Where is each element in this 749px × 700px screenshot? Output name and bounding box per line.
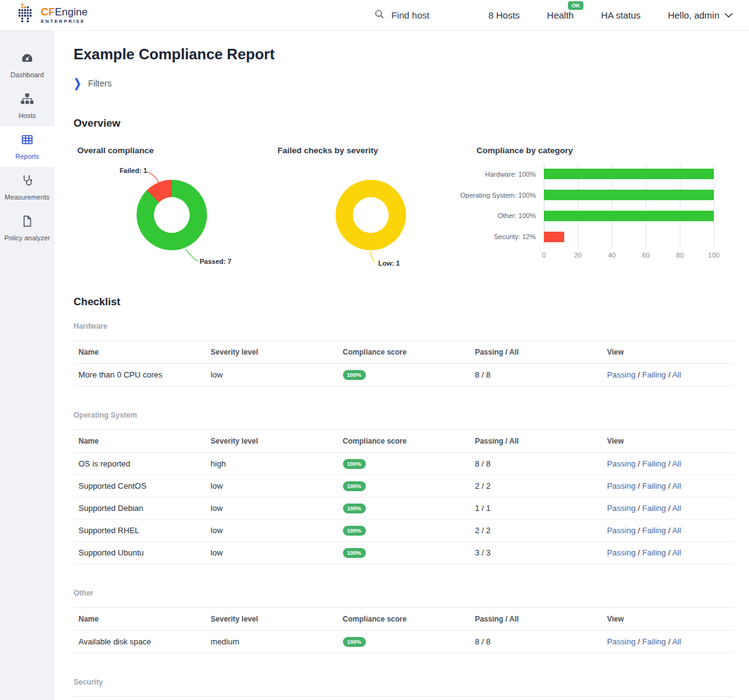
- stethoscope-icon: [20, 174, 34, 188]
- section-title-hardware: Hardware: [74, 322, 734, 331]
- view-link-passing[interactable]: Passing: [607, 526, 635, 535]
- view-link-failing[interactable]: Failing: [642, 459, 666, 468]
- compliance-score-badge: 100%: [343, 459, 366, 469]
- table-row: Supported CentOSlow100%2 / 2Passing / Fa…: [74, 475, 734, 497]
- check-name: OS is reported: [74, 453, 206, 475]
- sidebar-item-reports[interactable]: Reports: [0, 126, 54, 167]
- view-link-passing[interactable]: Passing: [607, 370, 635, 379]
- checklist-heading: Checklist: [74, 296, 734, 308]
- sidebar-item-measurements[interactable]: Measurements: [0, 167, 54, 208]
- filters-toggle[interactable]: ❯ Filters: [74, 78, 734, 89]
- compliance-score-badge: 100%: [343, 526, 366, 536]
- section-title-operating-system: Operating System: [74, 411, 734, 420]
- sidebar-nav: DashboardHostsReportsMeasurementsPolicy …: [0, 31, 54, 700]
- view-link-all[interactable]: All: [672, 481, 681, 491]
- compliance-score-badge: 100%: [343, 548, 366, 558]
- bar-plot-area: [544, 164, 714, 247]
- view-link-failing[interactable]: Failing: [642, 526, 666, 535]
- bar-category-label: Other: 100%: [473, 206, 541, 227]
- checklist-sections: HardwareNameSeverity levelCompliance sco…: [74, 322, 734, 700]
- view-link-all[interactable]: All: [672, 526, 681, 535]
- column-header: Severity level: [206, 341, 338, 364]
- view-link-separator: /: [666, 481, 672, 491]
- failed-checks-donut[interactable]: [336, 180, 406, 250]
- sitemap-icon: [20, 92, 34, 107]
- file-icon: [20, 214, 34, 229]
- column-header: Passing / All: [470, 697, 602, 700]
- ha-status-link[interactable]: HA status: [601, 10, 640, 20]
- compliance-by-category-chart: Compliance by category Hardware: 100%Ope…: [473, 146, 734, 275]
- view-link-passing[interactable]: Passing: [607, 481, 635, 491]
- bar-other[interactable]: [544, 211, 714, 221]
- sidebar-item-dashboard[interactable]: Dashboard: [0, 44, 54, 85]
- sidebar-item-policy-analyzer[interactable]: Policy analyzer: [0, 208, 54, 248]
- column-header: Severity level: [206, 430, 338, 453]
- bar-security[interactable]: [544, 232, 564, 242]
- overall-compliance-donut[interactable]: [137, 180, 207, 250]
- view-link-passing[interactable]: Passing: [607, 459, 635, 468]
- bar-category-label: Hardware: 100%: [473, 164, 541, 185]
- column-header: View: [602, 608, 734, 631]
- view-link-passing[interactable]: Passing: [607, 548, 635, 557]
- brand-cf: CF: [41, 6, 55, 18]
- view-links: Passing / Failing / All: [602, 542, 734, 564]
- overview-heading: Overview: [74, 117, 734, 130]
- section-title-security: Security: [74, 678, 734, 686]
- health-link[interactable]: Health OK: [547, 10, 573, 20]
- bar-category-label: Operating System: 100%: [473, 185, 541, 206]
- column-header: Name: [74, 697, 206, 700]
- bar-hardware[interactable]: [544, 169, 714, 179]
- table-row: Supported Debianlow100%1 / 1Passing / Fa…: [74, 497, 734, 520]
- table-row: More than 0 CPU coreslow100%8 / 8Passing…: [74, 364, 734, 386]
- view-link-all[interactable]: All: [672, 459, 681, 468]
- column-header: Passing / All: [470, 430, 602, 453]
- view-link-all[interactable]: All: [672, 637, 681, 646]
- sidebar-item-label: Measurements: [5, 193, 50, 201]
- cfengine-logo[interactable]: CFEngine ENTERPRISE: [19, 4, 88, 27]
- view-link-failing[interactable]: Failing: [642, 548, 666, 557]
- view-link-all[interactable]: All: [672, 370, 681, 379]
- sidebar-item-label: Dashboard: [11, 71, 44, 78]
- sidebar-item-hosts[interactable]: Hosts: [0, 85, 54, 126]
- top-bar: CFEngine ENTERPRISE 8 Hosts Health OK HA…: [0, 0, 749, 31]
- passing-all-value: 8 / 8: [470, 631, 602, 653]
- view-link-all[interactable]: All: [672, 504, 681, 513]
- bar-operating-system[interactable]: [544, 190, 714, 200]
- view-link-passing[interactable]: Passing: [607, 504, 635, 513]
- failed-checks-chart: Failed checks by severity Low: 1: [274, 146, 473, 275]
- user-menu[interactable]: Hello, admin: [668, 10, 733, 20]
- view-link-separator: /: [635, 504, 642, 513]
- compliance-score-badge: 100%: [343, 637, 366, 647]
- main-content: Example Compliance Report ❯ Filters Over…: [54, 31, 749, 700]
- x-tick-label: 100: [708, 251, 719, 259]
- cfengine-logo-icon: [19, 4, 35, 27]
- passing-all-value: 2 / 2: [470, 475, 602, 497]
- passing-all-value: 1 / 1: [470, 497, 602, 520]
- view-links: Passing / Failing / All: [602, 364, 734, 386]
- check-name: Supported RHEL: [74, 520, 206, 542]
- column-header: Name: [74, 430, 206, 453]
- chart-title: Overall compliance: [77, 146, 274, 155]
- view-link-separator: /: [635, 637, 642, 646]
- pie-label-passed: Passed: 7: [200, 258, 231, 265]
- check-name: Available disk space: [74, 631, 206, 653]
- find-host-input[interactable]: [390, 9, 461, 21]
- x-tick-label: 60: [642, 251, 650, 259]
- health-label: Health: [547, 10, 573, 20]
- hosts-count-link[interactable]: 8 Hosts: [488, 10, 520, 20]
- table-row: Supported Ubuntulow100%3 / 3Passing / Fa…: [74, 542, 734, 564]
- column-header: Severity level: [206, 608, 338, 631]
- view-link-separator: /: [666, 370, 672, 379]
- compliance-score-badge: 100%: [343, 481, 366, 491]
- view-link-failing[interactable]: Failing: [642, 370, 666, 379]
- view-link-all[interactable]: All: [672, 548, 681, 557]
- view-links: Passing / Failing / All: [602, 631, 734, 653]
- host-search[interactable]: [374, 9, 461, 22]
- view-link-failing[interactable]: Failing: [642, 481, 666, 491]
- view-link-passing[interactable]: Passing: [607, 637, 635, 646]
- view-link-failing[interactable]: Failing: [642, 504, 666, 513]
- chart-title: Compliance by category: [476, 146, 734, 155]
- severity-level: low: [206, 475, 338, 497]
- x-tick-label: 20: [574, 251, 582, 259]
- view-link-failing[interactable]: Failing: [642, 637, 666, 646]
